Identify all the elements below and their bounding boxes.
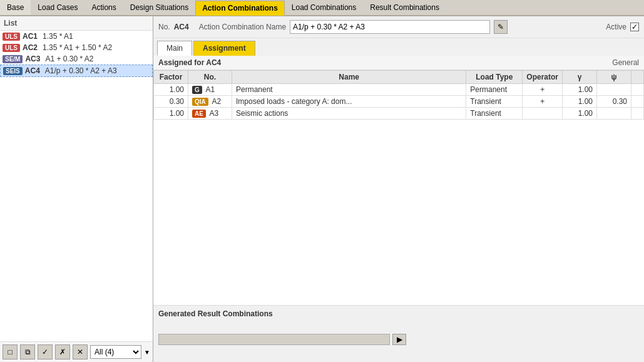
col-header-psi: ψ (597, 71, 631, 84)
tab-result-combinations[interactable]: Result Combinations (363, 0, 446, 15)
row2-operator: + (523, 96, 563, 108)
assignment-table: Factor No. Name Load Type Operator γ ψ 1… (153, 70, 644, 120)
copy-button[interactable]: ⧉ (20, 344, 35, 359)
no-value: AC4 (174, 23, 189, 31)
no-field-group: No. AC4 (158, 23, 189, 31)
row2-gamma: 1.00 (563, 96, 597, 108)
tab-base[interactable]: Base (0, 0, 31, 15)
badge-uls-ac1: ULS (3, 33, 20, 41)
delete-icon: ✕ (77, 348, 83, 356)
badge-seis-ac4: SEIS (3, 67, 23, 75)
list-items: ULS AC1 1.35 * A1 ULS AC2 1.35 * A1 + 1.… (0, 31, 153, 341)
row2-no: A2 (212, 97, 221, 106)
badge-sem-ac3: SE/M (3, 55, 23, 63)
row2-factor: 0.30 (154, 96, 188, 108)
bottom-section: Generated Result Combinations ▶ (153, 305, 644, 362)
right-empty-area (409, 321, 639, 358)
chevron-down-icon: ▼ (144, 349, 150, 356)
row1-factor: 1.00 (154, 84, 188, 96)
arrow-button[interactable]: ▶ (392, 334, 406, 345)
col-header-extra (631, 71, 644, 84)
row1-psi (597, 84, 631, 96)
sub-tabs: Main Assignment (153, 38, 644, 56)
tab-action-combinations[interactable]: Action Combinations (195, 1, 285, 16)
general-label: General (612, 58, 639, 67)
table-row[interactable]: 1.00 G A1 Permanent Permanent + 1.00 (154, 84, 644, 96)
list-item[interactable]: SE/M AC3 A1 + 0.30 * A2 (0, 53, 153, 65)
row3-extra (631, 108, 644, 120)
bottom-bar-container: ▶ (158, 321, 639, 358)
right-panel: No. AC4 Action Combination Name ✎ Active… (153, 16, 644, 362)
edit-button[interactable]: ✎ (494, 20, 508, 34)
row1-extra (631, 84, 644, 96)
generated-result-title: Generated Result Combinations (158, 309, 639, 318)
col-header-name: Name (232, 71, 466, 84)
xmark-icon: ✗ (59, 348, 66, 356)
delete-button[interactable]: ✕ (73, 344, 88, 359)
tab-design-situations[interactable]: Design Situations (123, 0, 195, 15)
add-button[interactable]: □ (3, 344, 18, 359)
row2-extra (631, 96, 644, 108)
item-id-ac1: AC1 (23, 32, 40, 41)
item-formula-ac1: 1.35 * A1 (43, 32, 73, 41)
row3-psi (597, 108, 631, 120)
sub-tab-assignment[interactable]: Assignment (193, 41, 255, 56)
item-formula-ac3: A1 + 0.30 * A2 (45, 54, 93, 63)
col-header-factor: Factor (154, 71, 188, 84)
row3-loadtype: Transient (466, 108, 523, 120)
header-row: No. AC4 Action Combination Name ✎ Active… (153, 16, 644, 38)
all-select[interactable]: All (4) (90, 345, 141, 359)
item-formula-ac4: A1/p + 0.30 * A2 + A3 (45, 66, 117, 75)
content-header: Assigned for AC4 General (153, 56, 644, 70)
col-header-operator: Operator (523, 71, 563, 84)
active-checkbox[interactable]: ✓ (630, 23, 639, 31)
x-button[interactable]: ✗ (55, 344, 70, 359)
item-id-ac3: AC3 (25, 54, 43, 63)
result-bar (158, 334, 390, 345)
table-spacer (153, 120, 644, 305)
row3-name: Seismic actions (232, 108, 466, 120)
list-item-selected[interactable]: SEIS AC4 A1/p + 0.30 * A2 + A3 (0, 65, 153, 77)
active-label: Active (606, 23, 626, 31)
tab-load-cases[interactable]: Load Cases (31, 0, 84, 15)
row1-gamma: 1.00 (563, 84, 597, 96)
left-panel: List ULS AC1 1.35 * A1 ULS AC2 1.35 * A1… (0, 16, 153, 362)
list-item[interactable]: ULS AC1 1.35 * A1 (0, 31, 153, 42)
name-field-group: Action Combination Name ✎ (199, 20, 508, 34)
badge-uls-ac2: ULS (3, 44, 20, 52)
name-label: Action Combination Name (199, 23, 286, 31)
item-formula-ac2: 1.35 * A1 + 1.50 * A2 (43, 43, 112, 52)
tab-actions[interactable]: Actions (84, 0, 123, 15)
table-row[interactable]: 1.00 AE A3 Seismic actions Transient 1.0… (154, 108, 644, 120)
name-input[interactable] (290, 20, 490, 34)
row1-name: Permanent (232, 84, 466, 96)
left-panel-footer: □ ⧉ ✓ ✗ ✕ All (4) ▼ (0, 341, 153, 362)
item-id-ac2: AC2 (23, 43, 40, 52)
row1-operator: + (523, 84, 563, 96)
active-section: Active ✓ (606, 23, 639, 31)
row3-badge-no: AE A3 (188, 108, 232, 120)
row3-gamma: 1.00 (563, 108, 597, 120)
list-item[interactable]: ULS AC2 1.35 * A1 + 1.50 * A2 (0, 42, 153, 53)
row2-loadtype: Transient (466, 96, 523, 108)
tab-load-combinations[interactable]: Load Combinations (285, 0, 363, 15)
check-button[interactable]: ✓ (38, 344, 53, 359)
table-row[interactable]: 0.30 QIA A2 Imposed loads - category A: … (154, 96, 644, 108)
main-layout: List ULS AC1 1.35 * A1 ULS AC2 1.35 * A1… (0, 16, 644, 362)
item-id-ac4: AC4 (25, 66, 43, 75)
check-icon: ✓ (42, 348, 48, 356)
badge-qia: QIA (192, 98, 208, 106)
no-label: No. (158, 23, 170, 31)
badge-ae: AE (192, 110, 206, 118)
row3-factor: 1.00 (154, 108, 188, 120)
top-nav-bar: Base Load Cases Actions Design Situation… (0, 0, 644, 16)
content-area: Assigned for AC4 General Factor No. Name… (153, 56, 644, 305)
row1-no: A1 (205, 85, 215, 94)
arrow-icon: ▶ (397, 335, 402, 344)
badge-g: G (192, 86, 202, 94)
sub-tab-main[interactable]: Main (157, 41, 192, 56)
col-header-no: No. (188, 71, 232, 84)
list-header: List (0, 16, 153, 31)
row3-operator (523, 108, 563, 120)
row1-loadtype: Permanent (466, 84, 523, 96)
